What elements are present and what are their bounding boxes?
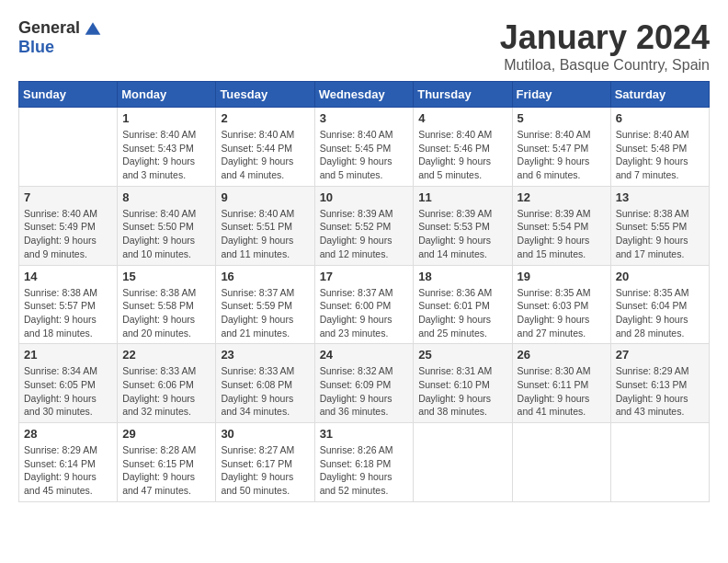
main-title: January 2024 <box>500 18 710 57</box>
calendar-cell: 13Sunrise: 8:38 AM Sunset: 5:55 PM Dayli… <box>610 186 709 265</box>
header-day-saturday: Saturday <box>610 82 709 108</box>
day-info: Sunrise: 8:39 AM Sunset: 5:53 PM Dayligh… <box>418 207 506 261</box>
day-number: 22 <box>122 348 210 362</box>
calendar-cell: 7Sunrise: 8:40 AM Sunset: 5:49 PM Daylig… <box>19 186 118 265</box>
calendar-cell: 5Sunrise: 8:40 AM Sunset: 5:47 PM Daylig… <box>512 108 610 187</box>
svg-marker-0 <box>85 22 101 34</box>
day-info: Sunrise: 8:40 AM Sunset: 5:47 PM Dayligh… <box>518 128 606 182</box>
day-info: Sunrise: 8:40 AM Sunset: 5:48 PM Dayligh… <box>616 128 704 182</box>
calendar-cell: 12Sunrise: 8:39 AM Sunset: 5:54 PM Dayli… <box>512 186 610 265</box>
day-info: Sunrise: 8:39 AM Sunset: 5:54 PM Dayligh… <box>518 207 606 261</box>
logo: General Blue <box>18 18 102 57</box>
day-number: 8 <box>122 190 210 204</box>
calendar-body: 1Sunrise: 8:40 AM Sunset: 5:43 PM Daylig… <box>19 108 710 502</box>
day-info: Sunrise: 8:29 AM Sunset: 6:13 PM Dayligh… <box>616 364 704 419</box>
day-number: 9 <box>221 190 309 204</box>
day-number: 16 <box>221 270 309 283</box>
day-number: 30 <box>221 427 309 441</box>
day-info: Sunrise: 8:29 AM Sunset: 6:14 PM Dayligh… <box>24 443 112 498</box>
calendar-cell: 17Sunrise: 8:37 AM Sunset: 6:00 PM Dayli… <box>314 265 414 344</box>
calendar-cell: 22Sunrise: 8:33 AM Sunset: 6:06 PM Dayli… <box>118 344 216 423</box>
calendar-week-5: 28Sunrise: 8:29 AM Sunset: 6:14 PM Dayli… <box>19 423 710 502</box>
day-info: Sunrise: 8:27 AM Sunset: 6:17 PM Dayligh… <box>221 443 309 498</box>
day-number: 10 <box>320 190 409 204</box>
calendar-header: SundayMondayTuesdayWednesdayThursdayFrid… <box>19 82 710 108</box>
calendar-cell: 25Sunrise: 8:31 AM Sunset: 6:10 PM Dayli… <box>414 344 512 423</box>
calendar-cell: 6Sunrise: 8:40 AM Sunset: 5:48 PM Daylig… <box>610 108 709 187</box>
day-number: 21 <box>24 348 112 362</box>
day-number: 4 <box>418 111 506 125</box>
day-info: Sunrise: 8:38 AM Sunset: 5:55 PM Dayligh… <box>616 207 704 261</box>
day-number: 29 <box>122 427 210 441</box>
logo-blue-text: Blue <box>18 38 54 57</box>
day-number: 25 <box>418 348 506 362</box>
day-info: Sunrise: 8:38 AM Sunset: 5:58 PM Dayligh… <box>122 286 210 340</box>
day-number: 28 <box>24 427 112 441</box>
calendar-cell: 9Sunrise: 8:40 AM Sunset: 5:51 PM Daylig… <box>216 186 314 265</box>
calendar-cell: 30Sunrise: 8:27 AM Sunset: 6:17 PM Dayli… <box>216 423 314 502</box>
calendar-cell: 26Sunrise: 8:30 AM Sunset: 6:11 PM Dayli… <box>512 344 610 423</box>
day-info: Sunrise: 8:39 AM Sunset: 5:52 PM Dayligh… <box>320 207 409 261</box>
header-day-tuesday: Tuesday <box>216 82 314 108</box>
day-info: Sunrise: 8:40 AM Sunset: 5:44 PM Dayligh… <box>221 128 309 182</box>
calendar-cell: 16Sunrise: 8:37 AM Sunset: 5:59 PM Dayli… <box>216 265 314 344</box>
calendar-cell: 14Sunrise: 8:38 AM Sunset: 5:57 PM Dayli… <box>19 265 118 344</box>
day-info: Sunrise: 8:38 AM Sunset: 5:57 PM Dayligh… <box>24 286 112 340</box>
calendar-cell: 28Sunrise: 8:29 AM Sunset: 6:14 PM Dayli… <box>19 423 118 502</box>
title-section: January 2024 Mutiloa, Basque Country, Sp… <box>500 18 710 74</box>
day-info: Sunrise: 8:37 AM Sunset: 5:59 PM Dayligh… <box>221 286 309 340</box>
day-number: 18 <box>418 270 506 283</box>
logo-icon <box>84 19 102 38</box>
header-day-sunday: Sunday <box>19 82 118 108</box>
day-info: Sunrise: 8:33 AM Sunset: 6:06 PM Dayligh… <box>122 364 210 419</box>
calendar-cell: 3Sunrise: 8:40 AM Sunset: 5:45 PM Daylig… <box>314 108 414 187</box>
calendar-cell: 31Sunrise: 8:26 AM Sunset: 6:18 PM Dayli… <box>314 423 414 502</box>
calendar-cell: 29Sunrise: 8:28 AM Sunset: 6:15 PM Dayli… <box>118 423 216 502</box>
calendar-cell: 24Sunrise: 8:32 AM Sunset: 6:09 PM Dayli… <box>314 344 414 423</box>
subtitle: Mutiloa, Basque Country, Spain <box>500 57 710 74</box>
calendar-cell: 27Sunrise: 8:29 AM Sunset: 6:13 PM Dayli… <box>610 344 709 423</box>
day-number: 15 <box>122 270 210 283</box>
day-number: 7 <box>24 190 112 204</box>
day-info: Sunrise: 8:40 AM Sunset: 5:43 PM Dayligh… <box>122 128 210 182</box>
day-number: 2 <box>221 111 309 125</box>
day-info: Sunrise: 8:26 AM Sunset: 6:18 PM Dayligh… <box>320 443 409 498</box>
calendar-cell: 19Sunrise: 8:35 AM Sunset: 6:03 PM Dayli… <box>512 265 610 344</box>
header-day-friday: Friday <box>512 82 610 108</box>
day-info: Sunrise: 8:34 AM Sunset: 6:05 PM Dayligh… <box>24 364 112 419</box>
day-info: Sunrise: 8:35 AM Sunset: 6:03 PM Dayligh… <box>518 286 606 340</box>
day-info: Sunrise: 8:37 AM Sunset: 6:00 PM Dayligh… <box>320 286 409 340</box>
calendar-cell: 10Sunrise: 8:39 AM Sunset: 5:52 PM Dayli… <box>314 186 414 265</box>
calendar-week-2: 7Sunrise: 8:40 AM Sunset: 5:49 PM Daylig… <box>19 186 710 265</box>
header-day-wednesday: Wednesday <box>314 82 414 108</box>
day-info: Sunrise: 8:35 AM Sunset: 6:04 PM Dayligh… <box>616 286 704 340</box>
calendar-week-4: 21Sunrise: 8:34 AM Sunset: 6:05 PM Dayli… <box>19 344 710 423</box>
day-number: 14 <box>24 270 112 283</box>
day-number: 27 <box>616 348 704 362</box>
calendar-cell: 8Sunrise: 8:40 AM Sunset: 5:50 PM Daylig… <box>118 186 216 265</box>
day-number: 5 <box>518 111 606 125</box>
calendar-week-3: 14Sunrise: 8:38 AM Sunset: 5:57 PM Dayli… <box>19 265 710 344</box>
day-number: 19 <box>518 270 606 283</box>
day-info: Sunrise: 8:40 AM Sunset: 5:45 PM Dayligh… <box>320 128 409 182</box>
day-number: 1 <box>122 111 210 125</box>
calendar-cell: 1Sunrise: 8:40 AM Sunset: 5:43 PM Daylig… <box>118 108 216 187</box>
day-info: Sunrise: 8:31 AM Sunset: 6:10 PM Dayligh… <box>418 364 506 419</box>
day-number: 20 <box>616 270 704 283</box>
day-info: Sunrise: 8:30 AM Sunset: 6:11 PM Dayligh… <box>518 364 606 419</box>
day-number: 31 <box>320 427 409 441</box>
day-number: 24 <box>320 348 409 362</box>
header-day-thursday: Thursday <box>414 82 512 108</box>
day-info: Sunrise: 8:32 AM Sunset: 6:09 PM Dayligh… <box>320 364 409 419</box>
calendar-cell: 15Sunrise: 8:38 AM Sunset: 5:58 PM Dayli… <box>118 265 216 344</box>
page-header: General Blue January 2024 Mutiloa, Basqu… <box>18 18 710 74</box>
day-info: Sunrise: 8:33 AM Sunset: 6:08 PM Dayligh… <box>221 364 309 419</box>
day-number: 11 <box>418 190 506 204</box>
day-info: Sunrise: 8:40 AM Sunset: 5:46 PM Dayligh… <box>418 128 506 182</box>
calendar-week-1: 1Sunrise: 8:40 AM Sunset: 5:43 PM Daylig… <box>19 108 710 187</box>
calendar-cell <box>512 423 610 502</box>
day-info: Sunrise: 8:28 AM Sunset: 6:15 PM Dayligh… <box>122 443 210 498</box>
calendar-cell <box>610 423 709 502</box>
day-number: 23 <box>221 348 309 362</box>
calendar-cell: 2Sunrise: 8:40 AM Sunset: 5:44 PM Daylig… <box>216 108 314 187</box>
